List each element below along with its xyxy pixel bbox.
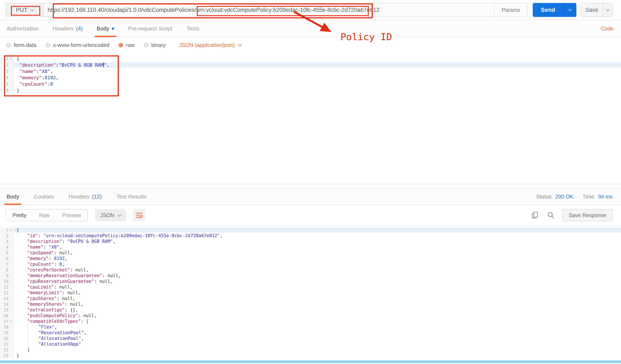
radio-unselected-icon[interactable] — [144, 43, 148, 47]
line-number: 1 — [6, 56, 8, 61]
code-token: "memory" — [27, 256, 49, 261]
code-token: , — [50, 69, 53, 74]
code-token: , — [70, 285, 73, 290]
url-input[interactable]: https://192.168.110.40/cloudapi/1.0.0/vd… — [44, 3, 494, 16]
code-token: : — [102, 273, 107, 278]
code-token — [17, 336, 27, 341]
code-token: 8 — [50, 81, 53, 87]
code-token: ] — [27, 347, 30, 352]
wrap-text-icon — [136, 211, 143, 219]
radio-unselected-icon[interactable] — [6, 43, 11, 47]
code-line: 22 ] — [0, 347, 621, 353]
save-options-button[interactable] — [603, 3, 612, 16]
code-line: 8 "coresPerSocket": null, — [0, 267, 621, 273]
send-options-button[interactable] — [563, 3, 576, 17]
mode-form-data[interactable]: form-data — [6, 42, 36, 48]
line-number: 7 — [6, 262, 8, 267]
copy-button[interactable] — [530, 210, 539, 220]
code-token: , — [220, 233, 223, 238]
code-line: 1▾{ — [0, 227, 621, 233]
request-tabs: Authorization Headers (4) Body Pre-reque… — [0, 20, 621, 37]
line-number: 4 — [6, 245, 8, 249]
line-number: 16 — [4, 313, 8, 318]
code-token: { — [17, 56, 19, 61]
tab-test-results[interactable]: Test Results — [116, 189, 148, 205]
content-type-select[interactable]: JSON (application/json) — [179, 42, 242, 48]
tab-label: Headers — [53, 25, 73, 32]
mode-x-www-form-urlencoded[interactable]: x-www-form-urlencoded — [46, 42, 109, 48]
save-response-button[interactable]: Save Response — [562, 209, 613, 221]
fold-toggle-icon[interactable]: ▾ — [8, 319, 13, 323]
request-body-editor[interactable]: 1▾{2 "description":"8vCPU & 8GB RAM",3 "… — [0, 53, 621, 184]
code-token: , — [113, 239, 116, 244]
tab-response-headers[interactable]: Headers (12) — [68, 189, 103, 205]
horizontal-scrollbar[interactable] — [0, 360, 621, 363]
mode-binary[interactable]: binary — [144, 42, 166, 48]
code-link[interactable]: Code — [601, 20, 613, 37]
save-button[interactable]: Save — [581, 3, 613, 17]
tab-body[interactable]: Body — [96, 20, 115, 37]
radio-unselected-icon[interactable] — [46, 43, 50, 47]
code-token — [17, 324, 27, 330]
code-line: 6} — [0, 87, 621, 94]
response-toolbar: Pretty Raw Preview JSON — [0, 205, 621, 226]
mode-label: form-data — [14, 42, 36, 48]
code-token: "cpuLimit" — [27, 285, 54, 290]
view-preview[interactable]: Preview — [56, 212, 87, 218]
code-token: { — [17, 227, 19, 233]
code-line-text: } — [14, 88, 621, 93]
code-line-text: { — [14, 227, 621, 233]
code-token: , — [94, 313, 97, 318]
code-line-text: "id": "urn:vcloud:vdcComputePolicy:b209e… — [14, 233, 621, 238]
params-button[interactable]: Params — [494, 3, 527, 16]
code-line-text: "cpuSpeed": null, — [14, 250, 621, 255]
line-number: 23 — [4, 353, 8, 358]
code-token — [17, 279, 27, 284]
line-number: 5 — [6, 251, 8, 255]
code-token — [17, 313, 27, 318]
code-line-text: "name": "X8", — [14, 245, 621, 250]
view-raw[interactable]: Raw — [33, 212, 56, 218]
line-number-gutter: 14 — [0, 301, 14, 307]
method-select[interactable]: PUT — [6, 3, 44, 16]
wrap-text-button[interactable] — [133, 209, 145, 221]
code-line: 3 "name":"X8", — [0, 68, 621, 74]
chevron-down-icon — [118, 213, 121, 216]
fold-toggle-icon[interactable]: ▾ — [8, 57, 13, 61]
code-token — [27, 330, 38, 335]
code-token: 8 — [59, 262, 62, 267]
line-number: 6 — [6, 88, 8, 93]
mode-raw[interactable]: raw — [119, 42, 134, 48]
code-token: "memory" — [19, 75, 42, 80]
chevron-down-icon — [568, 7, 572, 11]
search-button[interactable] — [546, 210, 556, 220]
tab-pre-request-script[interactable]: Pre-request Script — [127, 20, 173, 37]
code-line-text: { — [14, 56, 621, 61]
tab-tests[interactable]: Tests — [186, 20, 200, 37]
line-number: 10 — [4, 279, 8, 284]
view-pretty[interactable]: Pretty — [6, 212, 33, 218]
code-token: : — [65, 302, 70, 307]
line-number: 3 — [6, 69, 8, 74]
tab-cookies[interactable]: Cookies — [33, 189, 55, 205]
response-tabs: Body Cookies Headers (12) Test Results S… — [0, 189, 621, 205]
send-button[interactable]: Send — [533, 3, 576, 17]
line-number-gutter: 3 — [0, 68, 14, 74]
code-line-text: "pvdcComputePolicy": null, — [14, 313, 621, 318]
fold-toggle-icon[interactable]: ▾ — [8, 228, 13, 232]
url-builder: PUT https://192.168.110.40/cloudapi/1.0.… — [6, 3, 527, 17]
code-token — [17, 307, 27, 312]
code-line-text: "Flex", — [14, 324, 621, 330]
tab-headers[interactable]: Headers (4) — [52, 20, 84, 37]
code-token — [17, 330, 27, 335]
code-token: "8vCPU & 8GB RAM — [59, 62, 104, 68]
radio-selected-icon[interactable] — [119, 43, 123, 47]
response-body-editor[interactable]: 1▾{2 "id": "urn:vcloud:vdcComputePolicy:… — [0, 226, 621, 360]
code-token: 8192 — [44, 75, 56, 80]
code-line-text: "compatibleVdcTypes": [ — [14, 319, 621, 324]
tab-authorization[interactable]: Authorization — [6, 20, 40, 37]
code-token: "compatibleVdcTypes" — [27, 319, 81, 324]
code-line: 3 "description": "8vCPU & 8GB RAM", — [0, 238, 621, 244]
response-language-select[interactable]: JSON — [95, 209, 126, 221]
tab-response-body[interactable]: Body — [6, 189, 20, 205]
